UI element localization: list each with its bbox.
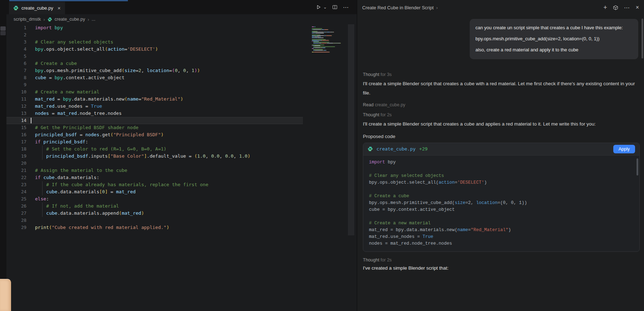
code-line[interactable]: 17if principled_bsdf: (6, 138, 303, 146)
code-line[interactable]: 27 cube.data.materials.append(mat_red) (6, 210, 303, 217)
code-line[interactable]: 28 (6, 217, 303, 224)
code-card-body: import bpy# Clear any selected objectsbp… (363, 156, 639, 251)
thought-row[interactable]: Thought for 2s (363, 112, 638, 117)
user-message-paragraph: can you create un script simple that cre… (475, 25, 633, 31)
code-line[interactable]: 13nodes = mat_red.node_tree.nodes (6, 110, 303, 117)
line-number: 17 (6, 138, 31, 146)
chat-close-icon[interactable]: × (636, 5, 639, 10)
chat-scrollbar[interactable] (641, 19, 643, 58)
user-message-bubble: can you create un script simple that cre… (470, 19, 638, 59)
code-line[interactable]: 18 # Set the color to red (R=1, G=0, B=0… (6, 146, 303, 153)
line-number: 20 (6, 160, 31, 167)
code-line[interactable]: nodes = mat_red.node_tree.nodes (369, 240, 634, 247)
code-line[interactable]: # Create a new material (369, 220, 634, 227)
chat-header: Create Red Cube in Blender Script › + ⋯ … (357, 0, 644, 15)
code-line[interactable]: 24 cube.data.materials[0] = mat_red (6, 188, 303, 195)
code-line[interactable]: 22if cube.data.materials: (6, 174, 303, 181)
chevron-right-icon[interactable]: › (436, 5, 438, 10)
line-number: 8 (6, 74, 31, 81)
line-number: 26 (6, 203, 31, 210)
code-line[interactable]: 9 (6, 81, 303, 88)
code-card-scrollbar[interactable] (636, 158, 638, 175)
code-line[interactable] (369, 186, 634, 193)
code-line[interactable]: 12mat_red.use_nodes = True (6, 103, 303, 110)
code-line[interactable]: 7bpy.ops.mesh.primitive_cube_add(size=2,… (6, 67, 303, 74)
code-line[interactable]: 21# Assign the material to the cube (6, 167, 303, 174)
cube-icon[interactable] (613, 5, 618, 10)
python-icon (13, 5, 19, 11)
code-line[interactable]: 11mat_red = bpy.data.materials.new(name=… (6, 96, 303, 103)
code-line[interactable]: 10# Create a new material (6, 88, 303, 96)
tab-bar: create_cube.py × ⌄ ⋯ (6, 0, 357, 14)
code-editor[interactable]: 1import bpy23# Clear any selected object… (6, 24, 303, 231)
diff-added-count: +29 (419, 146, 428, 152)
code-line[interactable]: 19 principled_bsdf.inputs["Base Color"].… (6, 153, 303, 160)
user-message-paragraph: bpy.ops.mesh.primitive_cube_add(size=2, … (475, 36, 633, 42)
line-number: 2 (6, 31, 31, 39)
line-number: 6 (6, 60, 31, 67)
code-line[interactable]: 23 # If the cube already has materials, … (6, 181, 303, 188)
read-label: Read (363, 102, 374, 107)
left-rail (0, 0, 6, 311)
run-dropdown-icon[interactable]: ⌄ (323, 5, 327, 10)
line-number: 28 (6, 217, 31, 224)
code-line[interactable]: 1import bpy (6, 24, 303, 31)
code-line[interactable]: 5 (6, 53, 303, 60)
code-line[interactable]: 15# Get the Principled BSDF shader node (6, 124, 303, 131)
tab-close-icon[interactable]: × (58, 5, 61, 11)
breadcrumb-file[interactable]: create_cube.py (55, 17, 85, 22)
code-line[interactable]: 4bpy.ops.object.select_all(action='DESEL… (6, 46, 303, 53)
line-number: 27 (6, 210, 31, 217)
code-line[interactable]: 14 (6, 117, 303, 124)
thought-row[interactable]: Thought for 2s (363, 258, 638, 262)
code-line[interactable]: 3# Clear any selected objects (6, 39, 303, 46)
line-number: 7 (6, 67, 31, 74)
code-line[interactable]: 26 # If not, add the material (6, 203, 303, 210)
code-line[interactable] (369, 213, 634, 220)
code-line[interactable] (369, 166, 634, 173)
code-line[interactable]: 29print("Cube created with red material … (6, 224, 303, 231)
read-file-row[interactable]: Read create_cube.py (363, 102, 638, 107)
minimap[interactable] (312, 26, 348, 53)
read-filename: create_cube.py (375, 102, 405, 107)
editor-toolbar: ⌄ ⋯ (316, 0, 349, 14)
proposed-code-card: create_cube.py +29 Apply import bpy# Cle… (363, 143, 640, 252)
code-line[interactable]: 20 (6, 160, 303, 167)
line-number: 3 (6, 39, 31, 46)
code-line[interactable]: cube = bpy.context.active_object (369, 207, 634, 213)
code-line[interactable]: # Create a cube (369, 193, 634, 200)
code-line[interactable]: # Clear any selected objects (369, 173, 634, 179)
code-line[interactable]: import bpy (369, 159, 634, 166)
indent-guide (42, 181, 43, 195)
code-line[interactable]: bpy.ops.object.select_all(action='DESELE… (369, 179, 634, 186)
line-number: 24 (6, 188, 31, 195)
run-icon[interactable] (316, 5, 321, 10)
tab-label: create_cube.py (21, 5, 53, 11)
new-chat-icon[interactable]: + (603, 4, 607, 11)
apply-button[interactable]: Apply (613, 145, 635, 153)
code-line[interactable]: mat_red.use_nodes = True (369, 234, 634, 240)
code-line[interactable]: 16principled_bsdf = nodes.get("Principle… (6, 131, 303, 138)
editor-region: create_cube.py × ⌄ ⋯ scripts_dmstk › cre… (6, 0, 357, 311)
code-line[interactable]: 2 (6, 31, 303, 39)
code-line[interactable]: 8cube = bpy.context.active_object (6, 74, 303, 81)
chat-more-icon[interactable]: ⋯ (624, 4, 630, 11)
proposed-code-lines: import bpy# Clear any selected objectsbp… (369, 159, 634, 247)
line-number: 22 (6, 174, 31, 181)
tab-create-cube-py[interactable]: create_cube.py × (9, 2, 65, 14)
breadcrumb-folder[interactable]: scripts_dmstk (14, 17, 41, 22)
thought-row[interactable]: Thought for 3s (363, 72, 638, 77)
editor-more-icon[interactable]: ⋯ (343, 4, 349, 11)
breadcrumb-more[interactable]: ... (92, 17, 95, 22)
split-editor-icon[interactable] (332, 5, 338, 10)
code-line[interactable]: mat_red = bpy.data.materials.new(name="R… (369, 227, 634, 234)
code-line[interactable]: 6# Create a cube (6, 60, 303, 67)
chevron-right-icon: › (88, 17, 89, 22)
thought-label: Thought (363, 112, 379, 117)
code-line[interactable]: 25else: (6, 195, 303, 203)
editor-scrollbar[interactable] (348, 24, 354, 235)
editor-focus-accent (9, 0, 128, 1)
code-card-header[interactable]: create_cube.py +29 Apply (363, 143, 639, 156)
code-line[interactable]: bpy.ops.mesh.primitive_cube_add(size=2, … (369, 200, 634, 207)
line-number: 1 (6, 24, 31, 31)
